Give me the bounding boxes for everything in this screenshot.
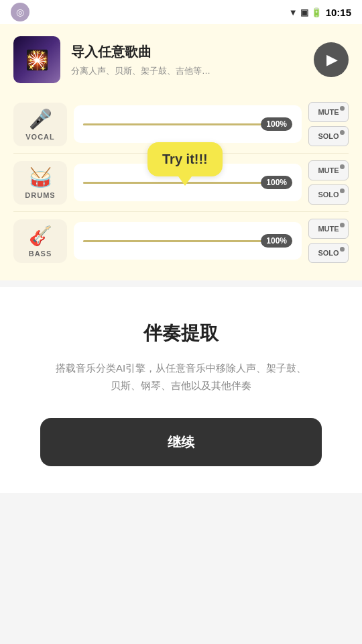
bass-solo-button[interactable]: SOLO — [308, 243, 349, 263]
section-desc: 搭载音乐分类AI引擎，从任意音乐中移除人声、架子鼓、贝斯、钢琴、吉他以及其他伴奏 — [54, 360, 308, 394]
bass-slider-area[interactable]: 100% — [74, 222, 302, 260]
bass-label: BASS — [29, 250, 52, 258]
track-row-bass: 🎸 BASS 100% MUTE SOLO — [13, 212, 349, 270]
bass-mute-button[interactable]: MUTE — [308, 219, 349, 239]
app-logo-icon: ◎ — [11, 3, 29, 21]
wifi-icon: ▼ — [289, 7, 298, 17]
battery-icon: 🔋 — [311, 7, 322, 17]
status-left: ◎ — [11, 3, 29, 21]
continue-button[interactable]: 继续 — [40, 418, 322, 466]
status-right: ▼ ▣ 🔋 10:15 — [289, 7, 351, 18]
status-bar: ◎ ▼ ▣ 🔋 10:15 — [0, 0, 362, 24]
mute-dot — [340, 223, 345, 227]
drums-mute-button[interactable]: MUTE — [308, 160, 349, 180]
bass-controls: MUTE SOLO — [308, 219, 349, 263]
vocal-pct: 100% — [261, 117, 292, 131]
drums-pct: 100% — [261, 176, 292, 189]
vocal-icon-box: 🎤 VOCAL — [13, 103, 67, 146]
bottom-section: 伴奏提取 搭载音乐分类AI引擎，从任意音乐中移除人声、架子鼓、贝斯、钢琴、吉他以… — [0, 287, 362, 493]
vocal-label: VOCAL — [25, 133, 55, 141]
play-button[interactable]: ▶ — [314, 42, 349, 77]
song-title: 导入任意歌曲 — [71, 43, 303, 61]
play-icon: ▶ — [326, 51, 338, 68]
status-icons: ▼ ▣ 🔋 — [289, 7, 322, 17]
vocal-controls: MUTE SOLO — [308, 102, 349, 146]
vocal-mute-button[interactable]: MUTE — [308, 102, 349, 122]
vocal-slider-area[interactable]: 100% — [74, 105, 302, 143]
album-art-image: 🎇 — [13, 36, 60, 83]
bass-icon-box: 🎸 BASS — [13, 219, 67, 263]
song-header: 🎇 导入任意歌曲 分离人声、贝斯、架子鼓、吉他等… ▶ — [13, 36, 349, 83]
bass-pct: 100% — [261, 234, 292, 248]
song-info: 导入任意歌曲 分离人声、贝斯、架子鼓、吉他等… — [71, 43, 303, 77]
top-card: 🎇 导入任意歌曲 分离人声、贝斯、架子鼓、吉他等… ▶ Try it!!! 🎤 … — [0, 24, 362, 280]
clock: 10:15 — [326, 7, 351, 18]
continue-label: 继续 — [168, 433, 194, 451]
drums-label: DRUMS — [25, 191, 55, 199]
drums-solo-button[interactable]: SOLO — [308, 184, 349, 205]
mute-dot — [340, 164, 345, 169]
solo-dot — [340, 189, 345, 193]
signal-icon: ▣ — [300, 7, 308, 17]
solo-dot — [340, 130, 345, 135]
drums-icon: 🥁 — [29, 166, 52, 189]
song-subtitle: 分离人声、贝斯、架子鼓、吉他等… — [71, 65, 303, 77]
tooltip-bubble: Try it!!! — [147, 142, 223, 176]
drums-controls: MUTE SOLO — [308, 160, 349, 205]
vocal-solo-button[interactable]: SOLO — [308, 126, 349, 146]
drums-icon-box: 🥁 DRUMS — [13, 161, 67, 205]
solo-dot — [340, 247, 345, 252]
tooltip-text: Try it!!! — [162, 152, 208, 166]
tracks-area: Try it!!! 🎤 VOCAL 100% MUTE SOLO — [13, 95, 349, 270]
bass-icon: 🎸 — [29, 225, 52, 247]
vocal-icon: 🎤 — [29, 108, 52, 130]
album-art: 🎇 — [13, 36, 60, 83]
section-title: 伴奏提取 — [143, 321, 219, 346]
mute-dot — [340, 106, 345, 111]
